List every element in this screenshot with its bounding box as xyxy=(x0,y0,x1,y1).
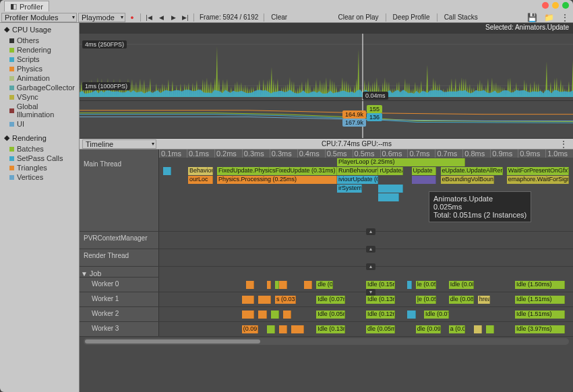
timeline-segment[interactable]: dle (0.08ms) xyxy=(449,296,474,304)
timeline-segment[interactable]: iviourUpdate (0.0 xyxy=(337,176,378,184)
timeline-segment[interactable]: s (0.03ms:s (0.04 xyxy=(275,296,296,304)
timeline-segment[interactable] xyxy=(242,311,254,319)
timeline-segment[interactable] xyxy=(163,167,171,175)
timeline-segment[interactable] xyxy=(279,281,287,289)
rendering-chart[interactable]: 164.9k 167.9k 155 136 xyxy=(80,101,573,139)
call-stacks-button[interactable]: Call Stacks xyxy=(440,13,482,21)
main-thread-track[interactable]: Animators.Update 0.025ms Total: 0.051ms … xyxy=(159,158,573,231)
save-icon[interactable]: 💾 xyxy=(524,13,540,22)
legend-item[interactable]: UI xyxy=(0,119,79,129)
timeline-segment[interactable]: Update xyxy=(412,167,437,175)
collapse-handle-icon[interactable]: ▴ xyxy=(366,263,375,270)
legend-item[interactable]: SetPass Calls xyxy=(0,154,79,163)
timeline-segment[interactable]: FixedUpdate.PhysicsFixedUpdate (0.31ms) xyxy=(217,167,337,175)
deep-profile-button[interactable]: Deep Profile xyxy=(389,13,434,21)
collapse-handle-icon[interactable]: ▴ xyxy=(366,228,375,235)
timeline-segment[interactable]: hrea xyxy=(478,296,490,304)
timeline-segment[interactable]: emaphore.WaitForSignal (1.34ms xyxy=(507,176,569,184)
cpu-usage-header[interactable]: ◆ CPU Usage xyxy=(0,23,79,36)
timeline-segment[interactable]: dle (0.06ms) xyxy=(316,281,333,289)
cpu-usage-chart[interactable]: 4ms (250FPS) 1ms (1000FPS) 0.04ms xyxy=(80,34,573,101)
scroll-thumb[interactable] xyxy=(85,339,260,344)
timeline-segment[interactable]: Idle (1.51ms) xyxy=(515,296,565,304)
timeline-segment[interactable] xyxy=(407,311,415,319)
timeline-segment[interactable] xyxy=(291,325,303,333)
timeline-segment[interactable]: irSystem xyxy=(337,185,362,193)
horizontal-scrollbar[interactable] xyxy=(84,338,569,345)
timeline-segment[interactable]: rUpdateAn xyxy=(378,167,403,175)
timeline-segment[interactable] xyxy=(283,311,291,319)
profiler-tab[interactable]: ◧ Profiler xyxy=(4,1,49,11)
worker-track[interactable]: (0.09Idle (0.13ms)dle (0.05ms)dle (0.09m… xyxy=(159,322,573,336)
timeline-segment[interactable]: dle (0.09ms) xyxy=(416,325,441,333)
legend-item[interactable]: Others xyxy=(0,36,79,45)
close-icon[interactable] xyxy=(542,2,549,9)
timeline-segment[interactable]: Idle (0.07ms) xyxy=(316,296,345,304)
timeline-segment[interactable] xyxy=(486,325,494,333)
timeline-segment[interactable]: ourLoc xyxy=(188,176,213,184)
timeline-segment[interactable]: Idle (0.15ms) xyxy=(366,281,395,289)
timeline-segment[interactable] xyxy=(378,185,403,193)
timeline-segment[interactable] xyxy=(378,193,399,201)
timeline-segment[interactable]: Idle (0.13ms) xyxy=(366,296,395,304)
legend-item[interactable]: Triangles xyxy=(0,163,79,172)
maximize-icon[interactable] xyxy=(562,2,569,9)
timeline-segment[interactable]: Idle (0.08ms) xyxy=(449,281,474,289)
legend-item[interactable]: Physics xyxy=(0,64,79,73)
load-icon[interactable]: 📁 xyxy=(541,13,557,22)
worker-track[interactable]: Idle (0.05ms)Idle (0.12ms)Idle (0.07ms)I… xyxy=(159,307,573,321)
timeline-segment[interactable]: Physics.Processing (0.25ms) xyxy=(217,176,337,184)
legend-item[interactable]: GarbageCollector xyxy=(0,83,79,92)
prev-frame-button[interactable]: ◀ xyxy=(156,13,167,22)
timeline-segment[interactable]: PlayerLoop (2.25ms) xyxy=(337,158,465,166)
timeline-segment[interactable]: a (0.03m xyxy=(449,325,466,333)
timeline-segment[interactable]: le (0.05ms) xyxy=(416,281,437,289)
clear-button[interactable]: Clear xyxy=(267,13,291,21)
timeline-view-dropdown[interactable]: Timeline xyxy=(82,139,156,149)
timeline-segment[interactable] xyxy=(474,325,482,333)
timeline-segment[interactable]: Idle (0.07ms) xyxy=(424,311,449,319)
first-frame-button[interactable]: |◀ xyxy=(144,13,154,22)
legend-item[interactable]: Global Illumination xyxy=(0,102,79,119)
collapse-handle-icon[interactable]: ▴ xyxy=(366,246,375,253)
timeline-menu-icon[interactable]: ⋮ xyxy=(557,139,570,149)
timeline-segment[interactable]: RunBehaviourUp xyxy=(337,167,378,175)
timeline-segment[interactable]: Idle (3.97ms) xyxy=(515,325,565,333)
minimize-icon[interactable] xyxy=(552,2,559,9)
timeline-segment[interactable]: Behaviou xyxy=(188,167,213,175)
profiler-modules-dropdown[interactable]: Profiler Modules xyxy=(1,13,77,22)
timeline-segment[interactable]: (0.09 xyxy=(242,325,259,333)
timeline-segment[interactable]: Idle (0.05ms) xyxy=(316,311,345,319)
timeline-segment[interactable] xyxy=(304,281,312,289)
timeline-segment[interactable] xyxy=(246,281,254,289)
timeline-segment[interactable]: eBoundingVolBoundingV xyxy=(441,176,495,184)
timeline-segment[interactable] xyxy=(242,296,254,304)
timeline-segment[interactable] xyxy=(279,325,287,333)
timeline-segment[interactable]: dle (0.05ms) xyxy=(366,325,395,333)
timeline-segment[interactable] xyxy=(267,325,275,333)
timeline-segment[interactable] xyxy=(258,296,270,304)
timeline-segment[interactable]: eUpdate.UpdateAllRenderers ( xyxy=(441,167,503,175)
legend-item[interactable]: Scripts xyxy=(0,55,79,64)
worker-track[interactable]: dle (0.06ms)Idle (0.15ms)le (0.05ms)Idle… xyxy=(159,277,573,292)
legend-item[interactable]: Vertices xyxy=(0,172,79,182)
legend-item[interactable]: Rendering xyxy=(0,45,79,55)
timeline-segment[interactable]: Idle (0.13ms) xyxy=(316,325,345,333)
clear-on-play-button[interactable]: Clear on Play xyxy=(334,13,383,21)
playmode-dropdown[interactable]: Playmode xyxy=(78,13,125,22)
timeline-segment[interactable] xyxy=(407,281,411,289)
timeline-segment[interactable] xyxy=(258,311,266,319)
timeline-segment[interactable]: Idle (0.12ms) xyxy=(366,311,395,319)
record-button[interactable]: ● xyxy=(127,13,138,22)
rendering-header[interactable]: ◆ Rendering xyxy=(0,131,79,144)
timeline-segment[interactable]: WaitForPresentOnGfxThread (1.3 xyxy=(507,167,569,175)
timeline-segment[interactable] xyxy=(267,281,271,289)
job-group-label[interactable]: ▼ Job xyxy=(80,267,159,277)
legend-item[interactable]: Animation xyxy=(0,73,79,83)
next-frame-button[interactable]: ▶ xyxy=(168,13,179,22)
collapse-handle-icon[interactable]: ▾ xyxy=(366,289,375,296)
timeline-segment[interactable] xyxy=(271,311,279,319)
timeline-segment[interactable]: Idle (1.51ms) xyxy=(515,311,565,319)
timeline-segment[interactable] xyxy=(412,176,437,184)
context-menu-icon[interactable]: ⋮ xyxy=(558,13,572,22)
